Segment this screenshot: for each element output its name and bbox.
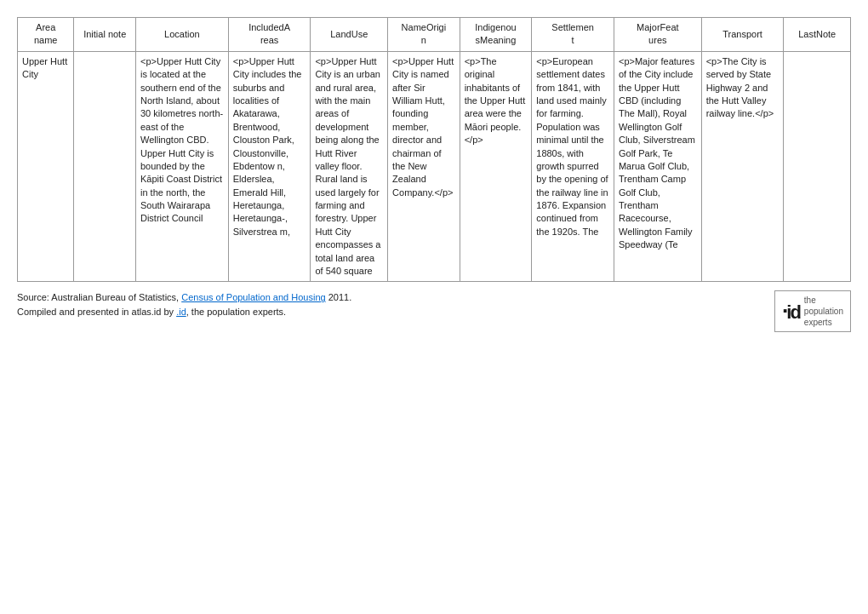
header-transport: Transport <box>701 18 784 52</box>
cell-initial-note <box>74 51 136 282</box>
footer: Source: Australian Bureau of Statistics,… <box>17 290 851 332</box>
header-location: Location <box>135 18 228 52</box>
cell-indigenous-meaning: <p>The original inhabitants of the Upper… <box>460 51 532 282</box>
header-initial-note: Initial note <box>74 18 136 52</box>
header-major-features: MajorFeatures <box>614 18 701 52</box>
data-table: Areaname Initial note Location IncludedA… <box>17 17 851 282</box>
header-land-use: LandUse <box>311 18 388 52</box>
cell-land-use: <p>Upper Hutt City is an urban and rural… <box>311 51 388 282</box>
cell-settlement: <p>European settlement dates from 1841, … <box>532 51 614 282</box>
header-last-note: LastNote <box>784 18 851 52</box>
cell-major-features: <p>Major features of the City include th… <box>614 51 701 282</box>
header-name-origin: NameOrigin <box>388 18 460 52</box>
cell-area-name: Upper Hutt City <box>18 51 74 282</box>
data-table-container: Areaname Initial note Location IncludedA… <box>17 17 851 282</box>
footer-source-text: Source: Australian Bureau of Statistics,… <box>17 290 391 318</box>
id-link[interactable]: .id <box>176 307 186 317</box>
header-area-name: Areaname <box>18 18 74 52</box>
logo-dot-id: ·id <box>782 298 800 324</box>
cell-name-origin: <p>Upper Hutt City is named after Sir Wi… <box>388 51 460 282</box>
id-logo: ·id thepopulationexperts <box>774 290 851 332</box>
census-link[interactable]: Census of Population and Housing <box>181 292 325 302</box>
logo-tagline: thepopulationexperts <box>804 295 843 328</box>
table-row: Upper Hutt City <p>Upper Hutt City is lo… <box>18 51 851 282</box>
cell-transport: <p>The City is served by State Highway 2… <box>701 51 784 282</box>
header-indigenous-meaning: IndigenousMeaning <box>460 18 532 52</box>
header-included-areas: IncludedAreas <box>228 18 311 52</box>
cell-last-note <box>784 51 851 282</box>
cell-included-areas: <p>Upper Hutt City includes the suburbs … <box>228 51 311 282</box>
header-settlement: Settlement <box>532 18 614 52</box>
cell-location: <p>Upper Hutt City is located at the sou… <box>135 51 228 282</box>
